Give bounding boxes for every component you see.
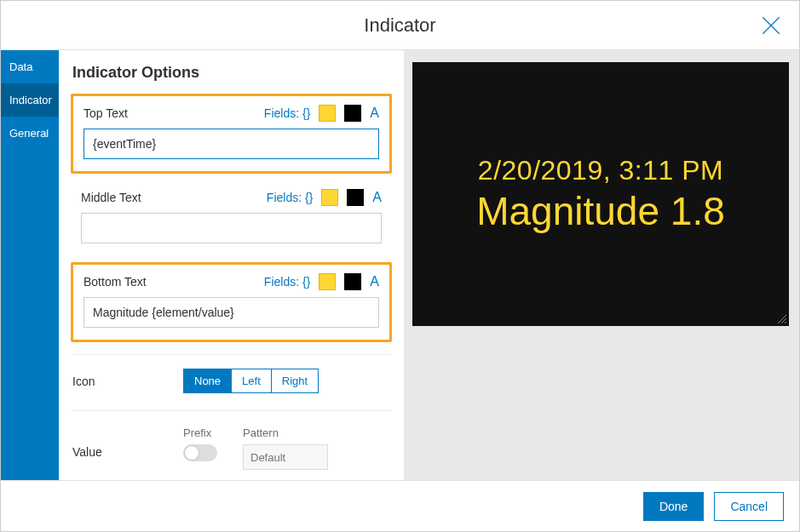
close-button[interactable] <box>758 13 784 38</box>
top-text-input[interactable] <box>83 129 379 159</box>
text-color-swatch-bottom[interactable] <box>319 273 336 290</box>
preview-wrap: 2/20/2019, 3:11 PM Magnitude 1.8 <box>404 50 799 480</box>
row-value: Value Prefix Pattern <box>71 420 392 470</box>
sidebar-item-indicator[interactable]: Indicator <box>1 83 59 117</box>
done-button[interactable]: Done <box>643 492 704 521</box>
preview-top-text: 2/20/2019, 3:11 PM <box>478 155 723 186</box>
value-label: Value <box>72 426 183 459</box>
icon-option-right[interactable]: Right <box>272 369 318 392</box>
col-prefix: Prefix <box>183 426 217 461</box>
bg-color-swatch-top[interactable] <box>344 105 361 122</box>
group-top-text: Top Text Fields: {} A <box>71 94 392 174</box>
text-color-swatch-top[interactable] <box>319 105 336 122</box>
sidebar-item-general[interactable]: General <box>1 117 59 150</box>
fields-link-bottom[interactable]: Fields: {} <box>264 275 310 289</box>
dialog-indicator: Indicator Data Indicator General Indicat… <box>0 0 800 532</box>
middle-text-input[interactable] <box>81 213 382 243</box>
icon-option-none[interactable]: None <box>184 369 232 392</box>
cancel-button[interactable]: Cancel <box>714 492 784 521</box>
pattern-input[interactable] <box>243 444 328 470</box>
bg-color-swatch-bottom[interactable] <box>344 273 361 290</box>
options-panel: Indicator Options Top Text Fields: {} A <box>59 50 404 480</box>
bottom-text-label: Bottom Text <box>83 275 147 289</box>
group-header-bottom: Bottom Text Fields: {} A <box>83 273 379 290</box>
sidebar: Data Indicator General <box>1 50 59 480</box>
group-header-middle: Middle Text Fields: {} A <box>81 189 382 206</box>
middle-text-label: Middle Text <box>81 191 141 204</box>
icon-option-left[interactable]: Left <box>232 369 272 392</box>
options-title: Indicator Options <box>72 64 392 82</box>
dialog-body: Data Indicator General Indicator Options… <box>1 50 799 480</box>
prefix-toggle[interactable] <box>183 444 217 461</box>
icon-segmented-control: None Left Right <box>183 369 319 393</box>
fields-link-top[interactable]: Fields: {} <box>264 106 310 120</box>
format-button-middle[interactable]: A <box>372 190 382 205</box>
close-icon <box>760 14 782 37</box>
text-color-swatch-middle[interactable] <box>321 189 338 206</box>
format-button-top[interactable]: A <box>370 106 379 121</box>
svg-line-4 <box>785 322 786 323</box>
main-area: Indicator Options Top Text Fields: {} A <box>59 50 799 480</box>
col-pattern: Pattern <box>243 426 328 470</box>
divider-1 <box>71 354 392 355</box>
icon-label: Icon <box>72 375 183 388</box>
dialog-header: Indicator <box>1 1 799 50</box>
preview-panel: 2/20/2019, 3:11 PM Magnitude 1.8 <box>412 62 789 326</box>
top-text-label: Top Text <box>83 106 128 120</box>
preview-middle-text: Magnitude 1.8 <box>476 188 725 234</box>
prefix-label: Prefix <box>183 426 217 439</box>
bottom-text-input[interactable] <box>83 297 379 328</box>
group-header-top: Top Text Fields: {} A <box>83 105 379 122</box>
fields-link-middle[interactable]: Fields: {} <box>267 191 313 204</box>
preview-resize-handle[interactable] <box>775 312 787 324</box>
group-bottom-text: Bottom Text Fields: {} A <box>71 262 392 342</box>
dialog-title: Indicator <box>364 14 435 37</box>
group-middle-text: Middle Text Fields: {} A <box>71 180 392 255</box>
dialog-footer: Done Cancel <box>1 480 799 531</box>
pattern-label: Pattern <box>243 426 328 439</box>
format-button-bottom[interactable]: A <box>370 274 379 289</box>
row-icon: Icon None Left Right <box>71 363 392 398</box>
resize-handle-icon <box>775 312 787 324</box>
divider-2 <box>71 410 392 411</box>
bg-color-swatch-middle[interactable] <box>347 189 364 206</box>
sidebar-item-data[interactable]: Data <box>1 50 59 83</box>
